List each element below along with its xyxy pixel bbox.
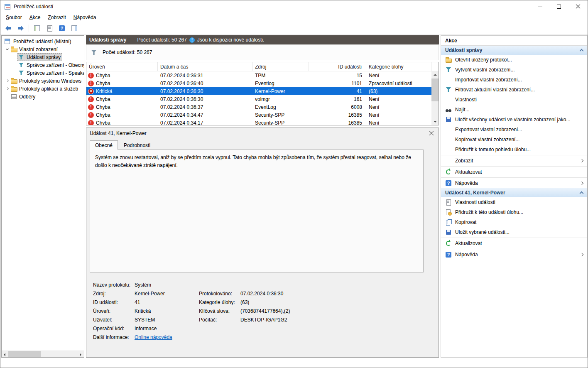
action-label: Aktualizovat bbox=[455, 169, 583, 175]
action-find[interactable]: Najít... bbox=[441, 105, 587, 115]
tab-general[interactable]: Obecné bbox=[90, 140, 118, 150]
table-row[interactable]: Chyba 07.02.2024 0:34:47 Security-SPP 16… bbox=[86, 111, 431, 119]
expander[interactable] bbox=[4, 47, 10, 52]
scrollbar-track[interactable] bbox=[41, 351, 77, 357]
column-event-id[interactable]: ID události bbox=[309, 62, 366, 71]
column-level[interactable]: Úroveň bbox=[86, 62, 158, 71]
help-icon bbox=[445, 251, 452, 258]
field-label: Kategorie úlohy: bbox=[199, 299, 240, 305]
tree-horizontal-scrollbar[interactable] bbox=[2, 351, 84, 357]
help-toolbar-button[interactable] bbox=[56, 23, 67, 33]
scrollbar-thumb[interactable] bbox=[431, 79, 439, 101]
error-icon bbox=[88, 112, 94, 118]
close-preview-button[interactable] bbox=[429, 130, 434, 136]
action-event-properties[interactable]: Vlastnosti události bbox=[441, 197, 587, 207]
help-icon bbox=[445, 180, 452, 186]
scroll-left-button[interactable] bbox=[2, 351, 8, 358]
cell-source: Kernel-Power bbox=[252, 88, 309, 94]
action-filter-current-view[interactable]: Filtrovat aktuální vlastní zobrazení... bbox=[441, 85, 587, 95]
tree-app-logs[interactable]: Protokoly aplikací a služeb bbox=[2, 85, 84, 93]
column-task-category[interactable]: Kategorie úlohy bbox=[366, 62, 431, 71]
action-refresh-event[interactable]: Aktualizovat bbox=[441, 238, 587, 248]
action-open-saved-log[interactable]: Otevřít uložený protokol... bbox=[441, 55, 587, 65]
forward-button[interactable] bbox=[15, 23, 26, 33]
table-row-selected[interactable]: Kritická 07.02.2024 0:36:30 Kernel-Power… bbox=[86, 87, 431, 95]
menu-file[interactable]: Soubor bbox=[2, 13, 26, 22]
scroll-up-button[interactable] bbox=[431, 71, 439, 79]
action-copy[interactable]: Kopírovat bbox=[441, 217, 587, 227]
back-button[interactable] bbox=[3, 23, 14, 33]
show-console-tree-button[interactable] bbox=[32, 23, 42, 33]
tree-root-node: Prohlížeč událostí (Místní) bbox=[12, 38, 73, 45]
close-button[interactable] bbox=[568, 0, 588, 13]
action-attach-task-to-view[interactable]: Přidružit k tomuto pohledu úlohu... bbox=[441, 145, 587, 155]
scroll-down-button[interactable] bbox=[431, 118, 439, 125]
tree-device-manager-1[interactable]: Správce zařízení - Obecny bbox=[2, 61, 84, 69]
preview-tabs: Obecné Podrobnosti bbox=[86, 139, 439, 150]
field-value: DESKTOP-IGAP1G2 bbox=[240, 317, 435, 323]
action-copy-custom-view[interactable]: Kopírovat vlastní zobrazení... bbox=[441, 135, 587, 145]
menu-action[interactable]: Akce bbox=[26, 13, 44, 22]
action-label: Nápověda bbox=[455, 180, 578, 186]
collapse-icon[interactable] bbox=[580, 191, 584, 196]
tree-node: Správce zařízení - Obecny bbox=[17, 61, 84, 69]
table-row[interactable]: Chyba 07.02.2024 0:36:40 Eventlog 1101 Z… bbox=[86, 79, 431, 87]
center-panel: Události správy Počet událostí: 50 267 J… bbox=[86, 35, 439, 358]
action-view-submenu[interactable]: Zobrazit bbox=[441, 156, 587, 166]
separator bbox=[441, 238, 587, 238]
separator bbox=[441, 249, 587, 249]
field-value: Systém bbox=[135, 282, 199, 288]
arrow-right-icon bbox=[80, 353, 81, 356]
action-create-custom-view[interactable]: Vytvořit vlastní zobrazení... bbox=[441, 65, 587, 75]
tree-admin-events[interactable]: Události správy bbox=[2, 53, 84, 61]
tree-subscriptions[interactable]: Odběry bbox=[2, 93, 84, 101]
action-import-custom-view[interactable]: Importovat vlastní zobrazení... bbox=[441, 75, 587, 85]
tree-windows-logs[interactable]: Protokoly systému Windows bbox=[2, 77, 84, 85]
event-viewer-icon bbox=[4, 38, 10, 44]
arrow-up-icon bbox=[434, 74, 437, 76]
menu-view[interactable]: Zobrazit bbox=[44, 13, 69, 22]
actions-section-header-view[interactable]: Události správy bbox=[441, 46, 587, 55]
show-action-pane-button[interactable] bbox=[69, 23, 80, 33]
action-properties[interactable]: Vlastnosti bbox=[441, 95, 587, 105]
expander[interactable] bbox=[4, 86, 10, 92]
expander[interactable] bbox=[4, 78, 10, 84]
action-save-all-events-as[interactable]: Uložit všechny události ve vlastním zobr… bbox=[441, 115, 587, 125]
maximize-button[interactable] bbox=[549, 0, 568, 13]
action-export-custom-view[interactable]: Exportovat vlastní zobrazení... bbox=[441, 125, 587, 135]
action-save-selected-events[interactable]: Uložit vybrané události... bbox=[441, 227, 587, 237]
action-help-event[interactable]: Nápověda bbox=[441, 250, 587, 260]
online-help-link[interactable]: Online nápověda bbox=[135, 334, 199, 340]
column-source[interactable]: Zdroj bbox=[252, 62, 309, 71]
properties-toolbar-button[interactable] bbox=[44, 23, 55, 33]
field-row: ID události: 41 Kategorie úlohy: (63) bbox=[93, 298, 435, 307]
tab-details[interactable]: Podrobnosti bbox=[118, 140, 156, 150]
scroll-right-button[interactable] bbox=[77, 351, 84, 358]
minimize-button[interactable] bbox=[530, 0, 549, 13]
scrollbar-thumb[interactable] bbox=[8, 351, 41, 357]
action-attach-task-to-event[interactable]: Přidružit k této události úlohu... bbox=[441, 207, 587, 217]
section-header-label: Událost 41, Kernel-Power bbox=[445, 190, 505, 196]
cell-level: Chyba bbox=[96, 104, 110, 110]
event-list-scrollbar[interactable] bbox=[431, 71, 439, 125]
tree-device-manager-2[interactable]: Správce zařízení - Speake bbox=[2, 69, 84, 77]
event-list: Úroveň Datum a čas Zdroj ID události Kat… bbox=[86, 62, 439, 125]
table-row[interactable]: Chyba 07.02.2024 0:36:30 volmgr 161 Není bbox=[86, 95, 431, 103]
field-value: Informace bbox=[135, 326, 199, 331]
preview-title: Událost 41, Kernel-Power bbox=[90, 130, 429, 136]
submenu-arrow-icon bbox=[580, 159, 583, 162]
icon-placeholder bbox=[445, 157, 452, 164]
action-help-submenu[interactable]: Nápověda bbox=[441, 178, 587, 188]
actions-section-header-event[interactable]: Událost 41, Kernel-Power bbox=[441, 188, 587, 197]
menu-help[interactable]: Nápověda bbox=[70, 13, 100, 22]
tree-root[interactable]: Prohlížeč událostí (Místní) bbox=[2, 37, 84, 45]
column-datetime[interactable]: Datum a čas bbox=[158, 62, 252, 71]
tree-node: Odběry bbox=[10, 93, 37, 101]
cell-level: Chyba bbox=[96, 96, 110, 102]
table-row[interactable]: Chyba 07.02.2024 0:36:37 EventLog 6008 N… bbox=[86, 103, 431, 111]
action-refresh[interactable]: Aktualizovat bbox=[441, 167, 587, 177]
tree-custom-views[interactable]: Vlastní zobrazení bbox=[2, 45, 84, 53]
collapse-icon[interactable] bbox=[580, 49, 584, 53]
table-row[interactable]: Chyba 07.02.2024 0:36:31 TPM 15 Není bbox=[86, 71, 431, 79]
table-row[interactable]: Chyba 07.02.2024 0:34:17 Security-SPP 16… bbox=[86, 119, 431, 125]
